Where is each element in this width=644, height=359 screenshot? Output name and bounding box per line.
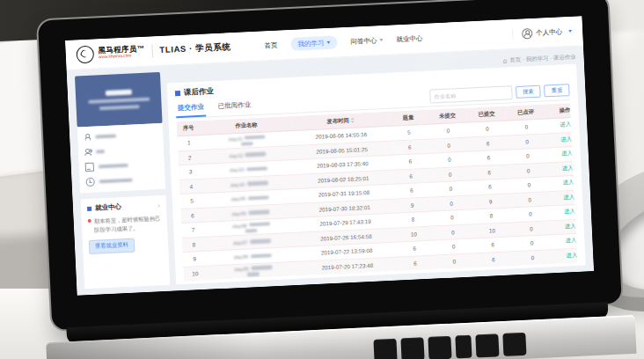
- cell-homework-name: day05: [207, 261, 300, 280]
- employment-notice: 期末将至，是时候检验自己阶段学习成果了。: [88, 214, 162, 234]
- id-card-icon: [85, 163, 94, 172]
- laptop: 黑马程序员™ www.itheima.com TLIAS · 学员系统 首页我的…: [38, 0, 624, 359]
- cell-index: 9: [183, 252, 207, 267]
- page-button-2[interactable]: 2: [374, 275, 391, 281]
- cell-action: 进入: [545, 117, 577, 134]
- brand-site-url: www.itheima.com: [99, 53, 135, 59]
- cell-action: 进入: [548, 161, 578, 178]
- enter-link[interactable]: 进入: [566, 237, 577, 245]
- tabs: 提交作业 已批阅作业: [175, 98, 252, 118]
- profile-name-redacted: [105, 90, 131, 96]
- goto-unit: 页: [445, 275, 451, 281]
- cell-action: 进入: [547, 146, 578, 163]
- users-icon: [84, 149, 91, 156]
- search-button[interactable]: 搜索: [516, 85, 541, 99]
- nav-item-3[interactable]: 就业中心: [396, 33, 422, 43]
- cell-action: 进入: [549, 190, 577, 207]
- nav-item-2[interactable]: 问答中心: [350, 36, 383, 47]
- sidebar-item-2[interactable]: [84, 144, 157, 157]
- profile-class-redacted: [88, 98, 150, 104]
- nav-item-1[interactable]: 我的学习: [290, 35, 338, 50]
- enter-link[interactable]: 进入: [560, 121, 571, 129]
- col-index: 序号: [177, 121, 201, 136]
- student-profile-card: [75, 72, 163, 128]
- table-body: 1 day11 2019-08-06 14:55:16 5 0 0 0 进入 2…: [177, 118, 577, 281]
- prev-page-button[interactable]: ‹: [335, 277, 352, 281]
- chevron-down-icon: [326, 41, 330, 44]
- goto-page-input[interactable]: [428, 274, 443, 281]
- red-dot-icon: [88, 219, 91, 223]
- homework-table: 序号 作业名称 发布时间 题量 未提交 已提交: [177, 103, 578, 281]
- sort-icon[interactable]: [351, 118, 355, 123]
- tab-reviewed-homework[interactable]: 已批阅作业: [216, 98, 252, 116]
- enter-link[interactable]: 进入: [562, 165, 574, 173]
- profile-info-redacted: [99, 105, 139, 110]
- sidebar: 就业中心 › 期末将至，是时候检验自己阶段学习成果了。 查看就业资料: [75, 72, 170, 289]
- clock-icon: [85, 178, 94, 187]
- nav-item-0[interactable]: 首页: [264, 40, 277, 50]
- blue-bullet-icon: [87, 206, 91, 210]
- chevron-down-icon: [568, 30, 572, 33]
- main-panel: ⌂ 首页 · 我的学习 · 课后作业 课后作业 提交作: [166, 53, 586, 285]
- breadcrumb-text: 首页 · 我的学习 · 课后作业: [509, 54, 576, 65]
- next-page-button[interactable]: ›: [393, 275, 410, 281]
- homework-card: 课后作业 提交作业 已批阅作业 搜索: [166, 64, 585, 285]
- cell-index: 8: [182, 237, 206, 253]
- brand-block[interactable]: 黑马程序员™ www.itheima.com: [98, 44, 145, 60]
- app-content: 就业中心 › 期末将至，是时候检验自己阶段学习成果了。 查看就业资料: [67, 46, 594, 295]
- sidebar-item-3[interactable]: [85, 159, 158, 172]
- sidebar-item-1[interactable]: [84, 129, 157, 142]
- cell-index: 4: [179, 179, 203, 194]
- col-submitted: 已提交: [466, 106, 506, 123]
- sidebar-item-4[interactable]: [85, 174, 158, 187]
- enter-link[interactable]: 进入: [563, 194, 574, 202]
- col-commented: 已点评: [506, 104, 545, 121]
- page-button-1[interactable]: 1: [355, 276, 371, 281]
- home-icon: ⌂: [502, 57, 507, 64]
- laptop-screen: 黑马程序员™ www.itheima.com TLIAS · 学员系统 首页我的…: [65, 16, 594, 295]
- employment-center-title: 就业中心: [95, 201, 154, 213]
- laptop-lid-bezel: 黑马程序员™ www.itheima.com TLIAS · 学员系统 首页我的…: [38, 0, 622, 330]
- blue-square-icon: [175, 91, 180, 96]
- user-menu[interactable]: 个人中心: [512, 26, 572, 39]
- employment-center-panel: 就业中心 › 期末将至，是时候检验自己阶段学习成果了。 查看就业资料: [81, 195, 171, 289]
- col-question-count: 题量: [388, 110, 428, 127]
- cell-index: 5: [179, 194, 203, 209]
- view-employment-materials-button[interactable]: 查看就业资料: [89, 238, 135, 253]
- col-not-submitted: 未提交: [428, 108, 467, 125]
- chevron-right-icon: ›: [157, 201, 161, 209]
- main-nav: 首页我的学习问答中心就业中心: [264, 32, 423, 52]
- user-menu-label: 个人中心: [536, 27, 562, 37]
- enter-link[interactable]: 进入: [560, 136, 572, 144]
- cell-index: 3: [179, 165, 202, 180]
- cell-action: 进入: [546, 132, 578, 149]
- cell-index: 7: [181, 223, 205, 238]
- chevron-down-icon: [379, 39, 383, 41]
- enter-link[interactable]: 进入: [564, 208, 575, 216]
- cell-action: 进入: [551, 219, 578, 236]
- col-action: 操作: [545, 103, 577, 119]
- tlias-app: 黑马程序员™ www.itheima.com TLIAS · 学员系统 首页我的…: [65, 16, 594, 295]
- employment-notice-text: 期末将至，是时候检验自己阶段学习成果了。: [94, 214, 162, 234]
- reset-button[interactable]: 重置: [544, 84, 569, 97]
- cell-index: 2: [178, 150, 201, 165]
- enter-link[interactable]: 进入: [561, 150, 573, 158]
- employment-center-header[interactable]: 就业中心 ›: [87, 201, 160, 213]
- cell-action: 进入: [551, 233, 577, 250]
- cell-action: 进入: [550, 204, 578, 221]
- itheima-logo-icon[interactable]: [76, 45, 94, 63]
- enter-link[interactable]: 进入: [566, 252, 577, 260]
- enter-link[interactable]: 进入: [565, 223, 576, 231]
- divider: [151, 44, 153, 57]
- cell-index: 10: [183, 266, 207, 281]
- enter-link[interactable]: 进入: [562, 179, 574, 187]
- user-icon: [522, 28, 533, 40]
- page-title: 课后作业: [184, 86, 215, 99]
- tab-submit-homework[interactable]: 提交作业: [175, 100, 206, 119]
- sidebar-menu: [77, 123, 165, 193]
- homework-name-input[interactable]: [429, 85, 513, 103]
- photo-scene: 黑马程序员™ www.itheima.com TLIAS · 学员系统 首页我的…: [0, 0, 644, 359]
- person-icon: [84, 134, 91, 141]
- cell-index: 6: [180, 208, 204, 223]
- search-box: 搜索 重置: [429, 83, 570, 106]
